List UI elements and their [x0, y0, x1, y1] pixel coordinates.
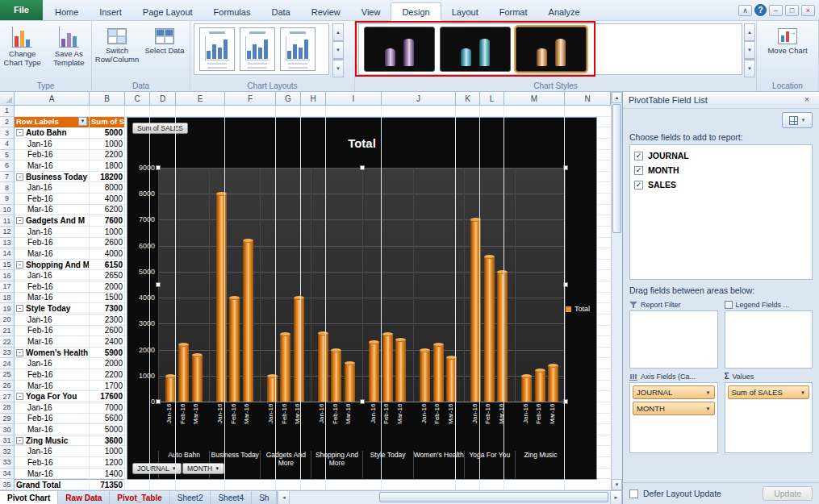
row-header-31[interactable]: 31	[0, 435, 15, 447]
chart-style-thumbnail[interactable]	[516, 27, 587, 72]
sheet-tab-pivot-table[interactable]: Pivot_Table	[110, 491, 169, 504]
chart-bar[interactable]	[331, 350, 341, 402]
pivot-row-value[interactable]: 1000	[90, 446, 125, 457]
pivot-row-label[interactable]: -Business Today	[15, 172, 90, 183]
pivot-row-label[interactable]: Mar-16	[15, 469, 90, 480]
row-header-8[interactable]: 8	[0, 182, 15, 194]
pivot-row-label[interactable]: Mar-16	[15, 336, 90, 348]
chart-bar[interactable]	[548, 365, 558, 402]
pivot-row-value[interactable]: 2200	[90, 369, 125, 381]
row-header-29[interactable]: 29	[0, 414, 15, 425]
row-header-25[interactable]: 25	[0, 369, 15, 381]
pivot-row-label[interactable]: Feb-16	[15, 326, 90, 337]
collapse-icon[interactable]: -	[16, 305, 23, 312]
row-header-18[interactable]: 18	[0, 293, 15, 304]
pivot-row-value[interactable]: 17600	[90, 391, 125, 402]
ribbon-tab-page-layout[interactable]: Page Layout	[132, 3, 203, 20]
ribbon-tab-home[interactable]: Home	[44, 3, 89, 20]
chart-layout-thumbnail[interactable]	[240, 27, 275, 71]
scroll-down-icon[interactable]: ▼	[612, 479, 622, 490]
pivot-row-label[interactable]: Jan-16	[15, 139, 90, 150]
collapse-ribbon-icon[interactable]: ∧	[738, 5, 752, 16]
pivot-row-value[interactable]: 2000	[90, 281, 125, 293]
row-header-24[interactable]: 24	[0, 358, 15, 369]
ribbon-tab-analyze[interactable]: Analyze	[538, 3, 591, 20]
worksheet-grid[interactable]: Row Labels▼Sum of SA-Auto Bahn5000Jan-16…	[15, 106, 611, 490]
pivot-row-label[interactable]: Mar-16	[15, 248, 90, 260]
vertical-scrollbar-thumb[interactable]	[612, 104, 621, 233]
row-header-26[interactable]: 26	[0, 381, 15, 392]
collapse-icon[interactable]: -	[16, 349, 23, 356]
chart-bar[interactable]	[294, 298, 304, 402]
gallery-more-icon[interactable]: ▼	[332, 59, 344, 77]
collapse-icon[interactable]: -	[16, 217, 23, 224]
chart-bar[interactable]	[280, 334, 290, 402]
chart-bar[interactable]	[369, 342, 379, 402]
pivot-row-value[interactable]: 2000	[90, 358, 125, 369]
field-row[interactable]: ✓SALES	[634, 177, 808, 192]
pivot-row-label[interactable]: Mar-16	[15, 293, 90, 304]
row-header-6[interactable]: 6	[0, 160, 15, 172]
pivot-row-value[interactable]: 6150	[90, 260, 125, 271]
pivot-row-value[interactable]: 5900	[90, 348, 125, 359]
row-header-4[interactable]: 4	[0, 139, 15, 150]
pivot-row-label[interactable]: -Shopping And M	[15, 260, 90, 271]
area-field-item[interactable]: JOURNAL▼	[633, 385, 715, 399]
pivot-row-value[interactable]: 5000	[90, 424, 125, 435]
ribbon-tab-data[interactable]: Data	[261, 3, 300, 20]
row-header-11[interactable]: 11	[0, 215, 15, 227]
change-chart-type-button[interactable]: Change Chart Type	[0, 23, 45, 77]
area-field-item[interactable]: MONTH▼	[633, 402, 715, 415]
horizontal-scrollbar[interactable]: ◄ ►	[277, 491, 622, 504]
row-header-7[interactable]: 7	[0, 172, 15, 183]
selection-handle[interactable]	[360, 399, 365, 404]
row-header-3[interactable]: 3	[0, 127, 15, 139]
pivot-row-value[interactable]: 4000	[90, 248, 125, 260]
chart-value-field-button[interactable]: Sum of SALES	[132, 123, 188, 134]
pivot-chart[interactable]: Sum of SALES Total Total 010002000300040…	[127, 117, 597, 480]
row-header-9[interactable]: 9	[0, 194, 15, 205]
field-checkbox[interactable]: ✓	[634, 166, 643, 175]
pivot-row-value[interactable]: 3600	[90, 435, 125, 447]
pivot-header-value[interactable]: Sum of SA	[90, 117, 125, 128]
move-chart-button[interactable]: → Move Chart	[765, 23, 811, 77]
horizontal-scrollbar-thumb[interactable]	[379, 492, 608, 502]
row-header-14[interactable]: 14	[0, 248, 15, 260]
close-icon[interactable]: ×	[801, 5, 815, 16]
row-header-30[interactable]: 30	[0, 424, 15, 435]
gallery-down-icon[interactable]: ▼	[744, 41, 755, 59]
ribbon-tab-insert[interactable]: Insert	[89, 3, 132, 20]
row-header-32[interactable]: 32	[0, 446, 15, 457]
pivot-row-label[interactable]: -Gadgets And M	[15, 215, 90, 227]
pivot-row-value[interactable]: 5000	[90, 127, 125, 139]
area-axis-fields-box[interactable]: JOURNAL▼MONTH▼	[629, 382, 718, 453]
column-header-N[interactable]: N	[565, 92, 611, 106]
collapse-icon[interactable]: -	[16, 261, 23, 269]
pivot-row-label[interactable]: Jan-16	[15, 270, 90, 281]
scroll-left-icon[interactable]: ◄	[278, 491, 290, 504]
column-header-K[interactable]: K	[456, 92, 480, 106]
field-checkbox[interactable]: ✓	[634, 152, 643, 160]
pivot-row-label[interactable]: Jan-16	[15, 358, 90, 369]
chart-layouts-gallery[interactable]	[194, 23, 329, 75]
field-row[interactable]: ✓JOURNAL	[634, 148, 808, 163]
area-legend-fields-box[interactable]	[725, 310, 813, 369]
row-header-27[interactable]: 27	[0, 391, 15, 402]
sheet-tab-sheet2[interactable]: Sheet2	[170, 491, 211, 504]
column-header-J[interactable]: J	[382, 92, 456, 106]
pivot-row-label[interactable]: Feb-16	[15, 194, 90, 205]
ribbon-tab-formulas[interactable]: Formulas	[203, 3, 261, 20]
pivot-header-row-labels[interactable]: Row Labels▼	[15, 117, 90, 128]
pivot-row-label[interactable]: Mar-16	[15, 381, 90, 392]
pivot-row-label[interactable]: Feb-16	[15, 150, 90, 161]
chart-bar[interactable]	[497, 272, 508, 402]
chart-styles-gallery[interactable]	[358, 23, 742, 75]
pivot-row-label[interactable]: Jan-16	[15, 402, 90, 414]
chart-bar[interactable]	[318, 333, 328, 402]
ribbon-tab-view[interactable]: View	[351, 3, 391, 20]
select-data-button[interactable]: Select Data	[142, 23, 188, 77]
chart-bar[interactable]	[178, 344, 189, 402]
chart-axis-field-button[interactable]: JOURNAL▼	[132, 463, 182, 474]
pivot-row-value[interactable]: 2600	[90, 238, 125, 249]
chart-style-thumbnail[interactable]	[440, 27, 511, 72]
